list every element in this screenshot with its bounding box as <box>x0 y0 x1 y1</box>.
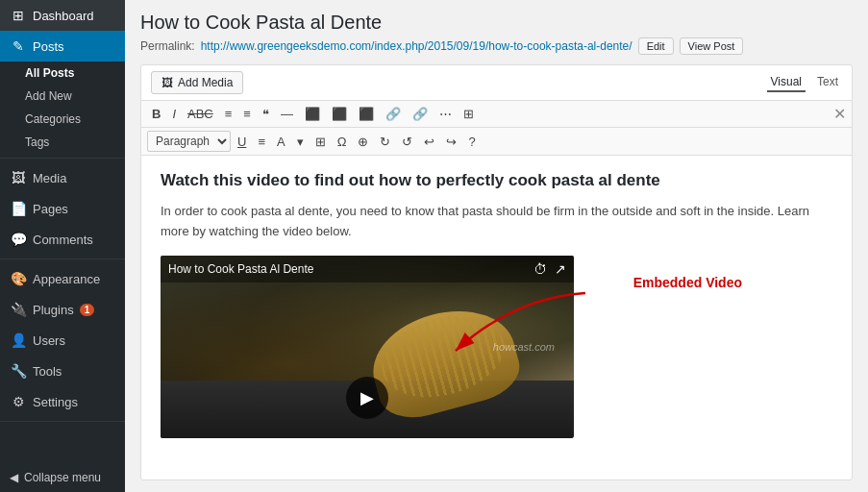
appearance-icon: 🎨 <box>10 271 27 286</box>
video-annotation-container: How to Cook Pasta Al Dente ⏱ ↗ howcast.c… <box>161 256 574 438</box>
toolbar-redo[interactable]: ↪ <box>441 133 461 151</box>
posts-icon: ✎ <box>10 38 27 54</box>
editor-container: 🖼 Add Media Visual Text B I ABC ≡ ≡ ❝ — … <box>140 64 853 480</box>
toolbar-align-center[interactable]: ⬛ <box>327 105 352 123</box>
toolbar-color-arrow[interactable]: ▾ <box>292 133 309 151</box>
toolbar-undo[interactable]: ↩ <box>419 133 439 151</box>
media-icon: 🖼 <box>10 170 27 185</box>
toolbar-fullscreen[interactable]: ⊞ <box>459 105 479 123</box>
toolbar-bold[interactable]: B <box>147 105 165 123</box>
editor-toolbar-row1: B I ABC ≡ ≡ ❝ — ⬛ ⬛ ⬛ 🔗 🔗 ⋯ ⊞ ✕ <box>141 101 852 128</box>
toolbar-italic[interactable]: I <box>167 105 181 123</box>
paragraph-format-select[interactable]: Paragraph <box>147 131 231 152</box>
video-share-icon[interactable]: ↗ <box>555 261 566 277</box>
toolbar-link[interactable]: 🔗 <box>381 105 406 123</box>
sidebar-item-appearance[interactable]: 🎨 Appearance <box>0 263 125 294</box>
view-post-button[interactable]: View Post <box>680 37 744 55</box>
annotation-arrow <box>436 288 590 365</box>
tools-label: Tools <box>33 364 62 379</box>
sidebar-item-plugins[interactable]: 🔌 Plugins 1 <box>0 294 125 325</box>
tools-icon: 🔧 <box>10 363 27 379</box>
add-media-button[interactable]: 🖼 Add Media <box>151 71 243 94</box>
editor-topbar: 🖼 Add Media Visual Text <box>141 65 852 101</box>
sidebar-item-comments[interactable]: 💬 Comments <box>0 224 125 255</box>
toolbar-close-button[interactable]: ✕ <box>833 105 846 123</box>
permalink-label: Permalink: <box>140 39 195 53</box>
toolbar-indent[interactable]: ⊕ <box>353 133 373 151</box>
video-clock-icon[interactable]: ⏱ <box>533 261 547 277</box>
permalink-url: http://www.greengeeksdemo.com/index.php/… <box>201 39 632 53</box>
sidebar-item-tags[interactable]: Tags <box>0 131 125 154</box>
embedded-label: Embedded Video <box>633 275 742 290</box>
dashboard-icon: ⊞ <box>10 8 27 23</box>
comments-label: Comments <box>33 233 93 247</box>
sidebar-item-posts[interactable]: ✎ Posts <box>0 31 125 62</box>
toolbar-ol[interactable]: ≡ <box>238 105 256 123</box>
toolbar-align-right[interactable]: ⬛ <box>354 105 379 123</box>
toolbar-justify[interactable]: ≡ <box>253 133 270 151</box>
sidebar-item-all-posts[interactable]: All Posts <box>0 62 125 85</box>
pages-icon: 📄 <box>10 201 27 216</box>
embedded-video-annotation: Embedded Video <box>633 275 742 290</box>
settings-label: Settings <box>33 395 78 409</box>
users-icon: 👤 <box>10 332 27 348</box>
all-posts-label: All Posts <box>25 66 74 80</box>
edit-permalink-button[interactable]: Edit <box>638 37 674 55</box>
toolbar-align-left[interactable]: ⬛ <box>300 105 325 123</box>
collapse-label: Collapse menu <box>24 471 101 484</box>
comments-icon: 💬 <box>10 232 27 247</box>
toolbar-ul[interactable]: ≡ <box>220 105 237 123</box>
appearance-label: Appearance <box>33 272 100 286</box>
plugins-icon: 🔌 <box>10 302 27 317</box>
sidebar-item-dashboard[interactable]: ⊞ Dashboard <box>0 0 125 31</box>
sidebar-divider-3 <box>0 421 125 422</box>
sidebar-item-categories[interactable]: Categories <box>0 108 125 131</box>
play-button[interactable]: ▶ <box>346 377 388 419</box>
media-label: Media <box>33 171 66 185</box>
collapse-menu[interactable]: ◀ Collapse menu <box>0 463 125 492</box>
video-icons: ⏱ ↗ <box>533 261 566 277</box>
sidebar-divider-2 <box>0 258 125 259</box>
tags-label: Tags <box>25 135 49 149</box>
permalink-link[interactable]: http://www.greengeeksdemo.com/index.php/… <box>201 39 632 53</box>
add-media-label: Add Media <box>178 76 233 89</box>
sidebar-item-add-new[interactable]: Add New <box>0 85 125 108</box>
editor-body[interactable]: Watch this video to find out how to perf… <box>141 156 852 480</box>
sidebar-item-label: Posts <box>33 39 64 54</box>
tab-text[interactable]: Text <box>813 73 842 92</box>
plugins-badge: 1 <box>80 304 95 316</box>
sidebar: ⊞ Dashboard ✎ Posts All Posts Add New Ca… <box>0 0 125 492</box>
settings-icon: ⚙ <box>10 394 27 409</box>
sidebar-item-settings[interactable]: ⚙ Settings <box>0 386 125 417</box>
sidebar-item-tools[interactable]: 🔧 Tools <box>0 356 125 386</box>
toolbar-ltr[interactable]: ↺ <box>397 133 417 151</box>
add-new-label: Add New <box>25 89 72 103</box>
sidebar-item-media[interactable]: 🖼 Media <box>0 162 125 193</box>
pages-label: Pages <box>33 202 68 216</box>
toolbar-more[interactable]: ⋯ <box>434 105 457 123</box>
sidebar-item-users[interactable]: 👤 Users <box>0 325 125 356</box>
permalink-row: Permalink: http://www.greengeeksdemo.com… <box>140 37 853 55</box>
toolbar-rtl[interactable]: ↻ <box>375 133 395 151</box>
add-media-icon: 🖼 <box>161 76 173 89</box>
toolbar-help[interactable]: ? <box>463 133 480 151</box>
sidebar-item-pages[interactable]: 📄 Pages <box>0 193 125 224</box>
toolbar-text-color[interactable]: A <box>272 133 290 151</box>
toolbar-hr[interactable]: — <box>276 105 298 123</box>
categories-label: Categories <box>25 112 81 126</box>
main-content: How to Cook Pasta al Dente Permalink: ht… <box>125 0 868 492</box>
editor-heading: Watch this video to find out how to perf… <box>161 171 832 190</box>
post-title: How to Cook Pasta al Dente <box>140 12 853 34</box>
sidebar-divider-1 <box>0 158 125 159</box>
video-title: How to Cook Pasta Al Dente <box>168 262 313 276</box>
toolbar-strikethrough[interactable]: ABC <box>183 105 218 123</box>
toolbar-paste[interactable]: ⊞ <box>310 133 331 151</box>
video-title-bar: How to Cook Pasta Al Dente ⏱ ↗ <box>161 256 574 283</box>
toolbar-blockquote[interactable]: ❝ <box>258 105 274 123</box>
editor-paragraph: In order to cook pasta al dente, you nee… <box>161 202 832 242</box>
toolbar-underline[interactable]: U <box>233 133 251 151</box>
tab-visual[interactable]: Visual <box>767 73 806 92</box>
plugins-label: Plugins <box>33 303 74 317</box>
toolbar-unlink[interactable]: 🔗 <box>408 105 433 123</box>
toolbar-special-char[interactable]: Ω <box>333 133 352 151</box>
